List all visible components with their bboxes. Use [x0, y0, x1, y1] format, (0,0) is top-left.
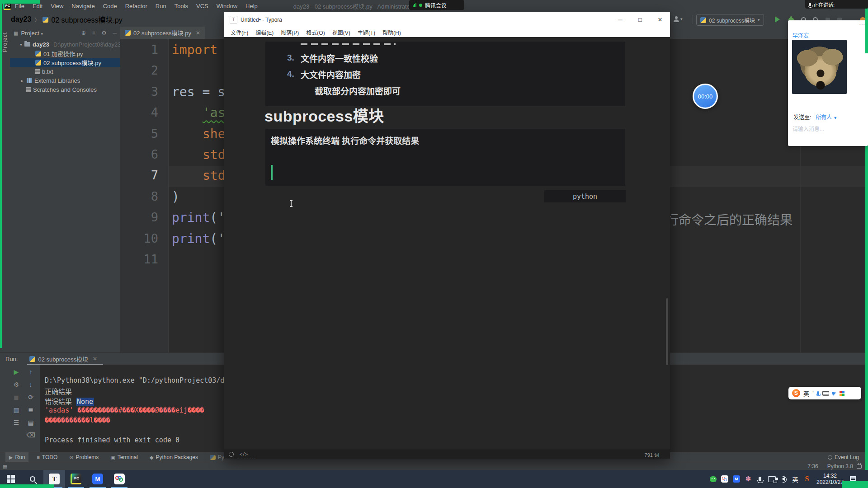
chevron-collapsed-icon[interactable]: ▸ — [20, 78, 24, 83]
menu-code[interactable]: Code — [99, 3, 121, 9]
locate-file-icon[interactable]: ⊕ — [81, 30, 86, 36]
sogou-logo-icon[interactable]: S — [792, 389, 800, 397]
meeting-status-pill[interactable]: 腾讯会议 — [409, 0, 464, 10]
typora-document[interactable]: 3. 文件内容一致性校验 4. 大文件内容加密 截取部分内容加密即可 subpr… — [224, 37, 670, 450]
maximize-button[interactable]: □ — [630, 12, 650, 27]
typora-menu-file[interactable]: 文件(F) — [227, 28, 252, 36]
tool-button-python-packages[interactable]: ◆Python Packages — [146, 452, 202, 462]
paragraph-text: 模拟操作系统终端 执行命令并获取结果 — [271, 134, 419, 146]
project-view-selector[interactable]: Project ▾ — [21, 30, 43, 37]
menu-run[interactable]: Run — [151, 3, 170, 9]
menu-file[interactable]: File — [11, 3, 28, 9]
tree-item-day23[interactable]: ▾ day23 D:\pythonProject03\day23 — [10, 40, 120, 49]
ime-mode-button[interactable]: 英 — [803, 389, 809, 398]
settings-gear-icon[interactable]: ⚙ — [102, 30, 107, 36]
collapse-all-icon[interactable]: ≡ — [92, 30, 95, 36]
voice-input-icon[interactable] — [817, 391, 819, 395]
code-line-5: she — [203, 127, 226, 141]
rerun-button[interactable]: ▶ — [10, 368, 23, 381]
more-options-icon[interactable]: ⋯ — [859, 20, 865, 28]
tool-button-todo[interactable]: ≡TODO — [33, 452, 61, 462]
tree-item-external-libraries[interactable]: ▸ External Libraries — [10, 76, 120, 85]
tree-item-file[interactable]: b.txt — [10, 67, 120, 76]
run-settings-icon[interactable]: ⚙ — [10, 381, 23, 394]
down-stack-trace-icon[interactable]: ↓ — [24, 381, 37, 394]
typora-menu-help[interactable]: 帮助(H) — [379, 28, 405, 36]
punctuation-button[interactable]: ’ — [812, 390, 814, 397]
menu-help[interactable]: Help — [241, 3, 262, 9]
event-log-button[interactable]: Event Log — [828, 452, 859, 462]
scroll-to-end-icon[interactable]: ≣ — [24, 406, 37, 419]
menu-window[interactable]: Window — [212, 3, 241, 9]
breadcrumb-project[interactable]: day23 — [11, 15, 31, 23]
typora-menu-paragraph[interactable]: 段落(P) — [277, 28, 302, 36]
sogou-bird-icon[interactable] — [832, 390, 837, 395]
meeting-timer[interactable]: 00:00 — [693, 84, 718, 109]
chat-input[interactable]: 请输入消息... — [793, 125, 824, 132]
code-language-chip[interactable]: python — [544, 190, 626, 202]
tray-wechat-icon[interactable] — [707, 470, 719, 488]
tray-meeting-icon[interactable]: M — [731, 470, 742, 488]
caret-position[interactable]: 7:36 — [807, 463, 818, 469]
soft-keyboard-icon[interactable] — [822, 391, 829, 396]
menu-view[interactable]: View — [47, 3, 67, 9]
print-icon[interactable]: ▤ — [24, 419, 37, 432]
word-count[interactable]: 791 词 — [645, 451, 659, 458]
tray-rings-app-icon[interactable] — [719, 470, 731, 488]
menu-refactor[interactable]: Refactor — [121, 3, 151, 9]
outline-toggle-icon[interactable] — [229, 452, 234, 457]
scrollbar-thumb[interactable] — [666, 298, 668, 365]
minimize-button[interactable]: ─ — [610, 12, 630, 27]
tray-sogou-icon[interactable]: S — [801, 470, 813, 488]
typora-titlebar[interactable]: T Untitled• - Typora ─ □ ✕ — [224, 12, 670, 27]
tray-ime-indicator[interactable]: 英 — [789, 470, 801, 488]
run-left-toolbar: ▶ ⚙ ◼ ▦ ☰ — [10, 368, 23, 432]
interpreter-indicator[interactable]: Python 3.8 — [827, 463, 853, 469]
run-tab[interactable]: 02 subprocess模块 ✕ — [29, 355, 97, 363]
vcs-user-button[interactable]: ▾ — [674, 16, 683, 22]
run-config-selector[interactable]: 02 subprocess模块 ▾ — [696, 14, 764, 26]
tree-item-scratches[interactable]: Scratches and Consoles — [10, 85, 120, 94]
typora-menu-view[interactable]: 视图(V) — [329, 28, 354, 36]
up-stack-trace-icon[interactable]: ↑ — [24, 368, 37, 381]
typora-menu-edit[interactable]: 编辑(E) — [252, 28, 277, 36]
tree-item-file[interactable]: 01 加密操作.py — [10, 49, 120, 58]
close-button[interactable]: ✕ — [650, 12, 670, 27]
close-icon[interactable]: ✕ — [93, 356, 97, 362]
screenshare-border-top — [0, 0, 40, 4]
source-code-mode-icon[interactable]: </> — [240, 452, 248, 457]
tool-windows-toggle-icon[interactable]: ▦ — [3, 464, 7, 469]
tool-tab-project[interactable]: Project — [2, 32, 8, 52]
taskbar-pycharm-button[interactable]: PC — [65, 470, 87, 488]
participant-video-thumbnail[interactable] — [792, 40, 847, 94]
pin-tab-icon[interactable]: ☰ — [10, 419, 23, 432]
menu-navigate[interactable]: Navigate — [67, 3, 99, 9]
typora-menu-format[interactable]: 格式(O) — [302, 28, 328, 36]
taskbar-meeting-button[interactable]: M — [87, 470, 108, 488]
menu-vcs[interactable]: VCS — [192, 3, 212, 9]
hide-panel-icon[interactable]: ─ — [113, 30, 117, 36]
menu-tools[interactable]: Tools — [170, 3, 192, 9]
tool-button-terminal[interactable]: ▣Terminal — [107, 452, 142, 462]
clear-all-icon[interactable]: ⌫ — [24, 432, 37, 444]
tool-button-run[interactable]: ▶Run — [5, 452, 28, 462]
tray-microphone-icon[interactable] — [754, 470, 766, 488]
participant-name[interactable]: 早泽宏 — [793, 31, 809, 39]
toolbox-icon[interactable] — [840, 391, 844, 396]
tray-volume-icon[interactable] — [778, 470, 789, 488]
close-icon[interactable]: ✕ — [196, 30, 200, 36]
restore-layout-icon[interactable]: ▦ — [10, 406, 23, 419]
chevron-expanded-icon[interactable]: ▾ — [20, 42, 22, 47]
run-button[interactable] — [775, 16, 780, 23]
menu-edit[interactable]: Edit — [28, 3, 47, 9]
send-target-dropdown[interactable]: 所有人 — [816, 114, 832, 121]
soft-wrap-icon[interactable]: ⟳ — [24, 394, 37, 406]
editor-tab[interactable]: 02 subprocess模块.py ✕ — [120, 27, 205, 39]
tray-flower-icon[interactable]: ✽ — [742, 470, 754, 488]
tool-button-problems[interactable]: ⊘Problems — [66, 452, 102, 462]
tree-item-file-selected[interactable]: 02 subprocess模块.py — [10, 58, 120, 67]
typora-menu-theme[interactable]: 主题(T) — [354, 28, 379, 36]
libraries-icon — [27, 78, 32, 83]
breadcrumb-file[interactable]: 02 subprocess模块.py — [51, 14, 122, 25]
taskbar-rings-app-button[interactable] — [108, 470, 130, 488]
